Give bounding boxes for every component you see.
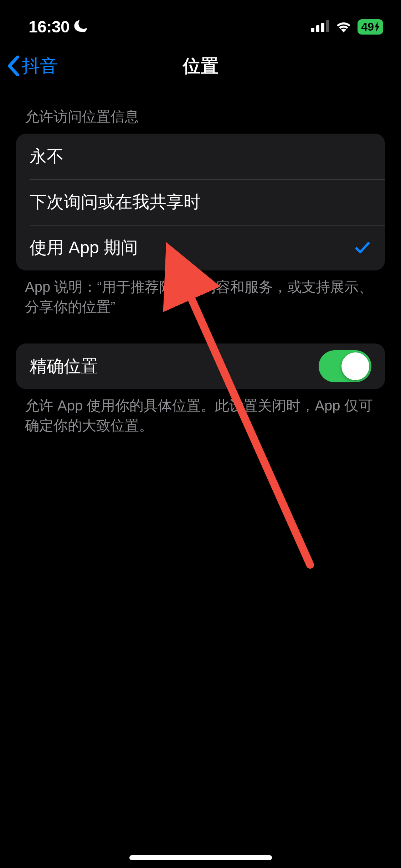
page-title: 位置 bbox=[0, 54, 401, 78]
precise-location-switch[interactable] bbox=[319, 350, 371, 382]
svg-rect-3 bbox=[326, 20, 329, 32]
navigation-bar: 抖音 位置 bbox=[0, 43, 401, 89]
wifi-icon bbox=[335, 20, 353, 34]
option-never[interactable]: 永不 bbox=[16, 134, 385, 179]
option-label: 使用 App 期间 bbox=[30, 236, 138, 259]
location-access-group: 永不 下次询问或在我共享时 使用 App 期间 bbox=[16, 134, 385, 270]
precise-location-label: 精确位置 bbox=[30, 355, 98, 378]
status-left: 16:30 bbox=[29, 17, 87, 36]
cellular-signal-icon bbox=[311, 20, 330, 33]
precise-location-cell[interactable]: 精确位置 bbox=[16, 343, 385, 389]
back-button[interactable]: 抖音 bbox=[7, 54, 58, 78]
option-label: 永不 bbox=[30, 145, 64, 168]
option-while-using-app[interactable]: 使用 App 期间 bbox=[16, 225, 385, 270]
checkmark-icon bbox=[354, 239, 371, 257]
option-label: 下次询问或在我共享时 bbox=[30, 191, 201, 213]
content: 允许访问位置信息 永不 下次询问或在我共享时 使用 App 期间 App 说明：… bbox=[0, 89, 401, 439]
precise-location-group: 精确位置 bbox=[16, 343, 385, 389]
status-right: 49 bbox=[311, 19, 383, 35]
svg-rect-0 bbox=[311, 28, 314, 32]
section-footer-precise: 允许 App 使用你的具体位置。此设置关闭时，App 仅可确定你的大致位置。 bbox=[16, 389, 385, 439]
dnd-moon-icon bbox=[73, 19, 87, 34]
section-header-location-access: 允许访问位置信息 bbox=[16, 103, 385, 134]
back-label: 抖音 bbox=[22, 54, 58, 78]
status-bar: 16:30 49 bbox=[0, 0, 401, 43]
battery-indicator: 49 bbox=[358, 19, 383, 35]
charging-bolt-icon bbox=[374, 22, 380, 32]
chevron-left-icon bbox=[7, 56, 20, 76]
svg-rect-1 bbox=[316, 25, 319, 32]
option-ask-next-time[interactable]: 下次询问或在我共享时 bbox=[16, 179, 385, 225]
status-time: 16:30 bbox=[29, 17, 70, 36]
battery-percent: 49 bbox=[361, 20, 374, 33]
section-footer-app-description: App 说明：“用于推荐附近的内容和服务，或支持展示、分享你的位置” bbox=[16, 270, 385, 320]
home-indicator[interactable] bbox=[129, 855, 272, 860]
svg-rect-2 bbox=[321, 23, 324, 32]
switch-knob bbox=[341, 352, 369, 380]
